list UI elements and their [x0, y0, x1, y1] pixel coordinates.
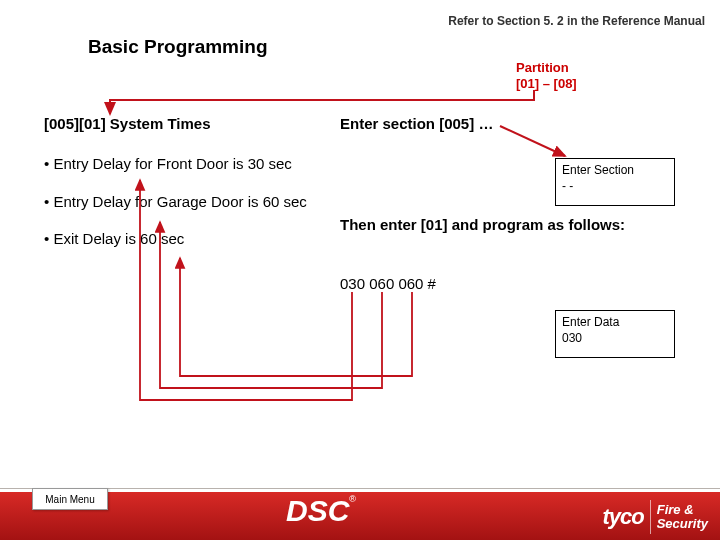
- bullet-exit-delay: • Exit Delay is 60 sec: [44, 229, 329, 249]
- lcd-enter-section: Enter Section - -: [555, 158, 675, 206]
- lcd-enter-data: Enter Data 030: [555, 310, 675, 358]
- tyco-divider: [650, 500, 651, 534]
- tyco-fs-line1: Fire &: [657, 503, 708, 517]
- then-enter-text: Then enter [01] and program as follows:: [340, 215, 640, 235]
- dsc-logo-text: DSC: [286, 494, 349, 527]
- tyco-logo: tyco Fire & Security: [602, 500, 708, 534]
- bullet-entry-garage: • Entry Delay for Garage Door is 60 sec: [44, 192, 329, 212]
- reference-line: Refer to Section 5. 2 in the Reference M…: [448, 14, 705, 28]
- dsc-logo: DSC®: [286, 494, 396, 526]
- left-column: [005][01] System Times • Entry Delay for…: [44, 115, 329, 267]
- arrow-partition-to-heading: [110, 90, 534, 114]
- footer: DSC® tyco Fire & Security: [0, 478, 720, 540]
- bullet-entry-front: • Entry Delay for Front Door is 30 sec: [44, 154, 329, 174]
- footer-divider: [0, 488, 720, 489]
- arrow-overlay: [0, 0, 720, 540]
- enter-section-heading: Enter section [005] …: [340, 115, 705, 132]
- tyco-fs-line2: Security: [657, 517, 708, 531]
- tyco-fire-security: Fire & Security: [657, 503, 708, 530]
- tyco-logo-text: tyco: [602, 504, 643, 530]
- registered-icon: ®: [349, 494, 356, 504]
- section-code-heading: [005][01] System Times: [44, 115, 329, 132]
- right-column: Enter section [005] …: [340, 115, 705, 132]
- main-menu-button[interactable]: Main Menu: [32, 488, 108, 510]
- lcd-enter-section-label: Enter Section: [562, 163, 668, 177]
- partition-label: Partition [01] – [08]: [516, 60, 577, 93]
- data-sequence: 030 060 060 #: [340, 275, 436, 292]
- lcd-enter-data-cursor: 030: [562, 331, 668, 345]
- lcd-enter-section-cursor: - -: [562, 179, 668, 193]
- page-title: Basic Programming: [88, 36, 268, 58]
- partition-line2: [01] – [08]: [516, 76, 577, 92]
- slide: Refer to Section 5. 2 in the Reference M…: [0, 0, 720, 540]
- lcd-enter-data-label: Enter Data: [562, 315, 668, 329]
- partition-line1: Partition: [516, 60, 577, 76]
